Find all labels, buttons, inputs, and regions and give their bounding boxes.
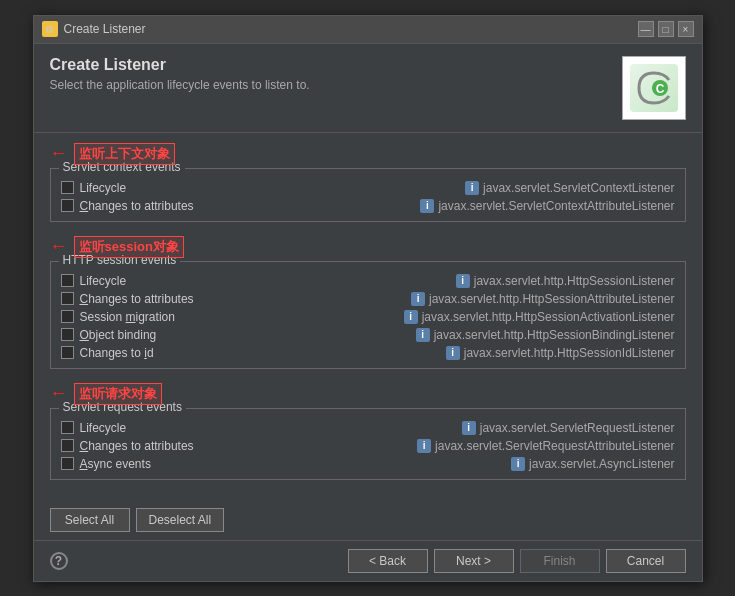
check-right: i javax.servlet.http.HttpSessionActivati… xyxy=(404,310,675,324)
annotation-label-3: 监听请求对象 xyxy=(74,383,162,405)
changes-attr-checkbox-2[interactable] xyxy=(61,292,74,305)
session-migration-checkbox[interactable] xyxy=(61,310,74,323)
dialog-header: Create Listener Select the application l… xyxy=(34,44,702,133)
check-left: Lifecycle xyxy=(61,421,261,435)
check-left: Object binding xyxy=(61,328,261,342)
dialog-icon: ⚙ xyxy=(42,21,58,37)
changes-id-checkbox[interactable] xyxy=(61,346,74,359)
object-binding-checkbox[interactable] xyxy=(61,328,74,341)
group-content-servlet-context: Lifecycle i javax.servlet.ServletContext… xyxy=(61,181,675,213)
footer-right: < Back Next > Finish Cancel xyxy=(348,549,686,573)
changes-attr-label-2: Changes to attributes xyxy=(80,292,194,306)
title-bar: ⚙ Create Listener — □ × xyxy=(34,16,702,44)
header-logo: C xyxy=(622,56,686,120)
async-events-checkbox[interactable] xyxy=(61,457,74,470)
annotation-label-1: 监听上下文对象 xyxy=(74,143,175,165)
session-migration-label: Session migration xyxy=(80,310,175,324)
lifecycle-label-1: Lifecycle xyxy=(80,181,127,195)
check-left: Lifecycle xyxy=(61,181,261,195)
check-right: i javax.servlet.ServletRequestListener xyxy=(462,421,675,435)
annotation-arrow-3: ← xyxy=(50,383,68,404)
info-icon: i xyxy=(411,292,425,306)
table-row: Changes to attributes i javax.servlet.ht… xyxy=(61,292,675,306)
next-button[interactable]: Next > xyxy=(434,549,514,573)
changes-attr-checkbox-1[interactable] xyxy=(61,199,74,212)
classname-8: javax.servlet.ServletRequestListener xyxy=(480,421,675,435)
table-row: Lifecycle i javax.servlet.http.HttpSessi… xyxy=(61,274,675,288)
dialog-title: Create Listener xyxy=(64,22,146,36)
changes-id-label: Changes to id xyxy=(80,346,154,360)
classname-1: javax.servlet.ServletContextListener xyxy=(483,181,674,195)
classname-2: javax.servlet.ServletContextAttributeLis… xyxy=(438,199,674,213)
cancel-button[interactable]: Cancel xyxy=(606,549,686,573)
info-icon: i xyxy=(420,199,434,213)
dialog-footer: ? < Back Next > Finish Cancel xyxy=(34,540,702,581)
group-servlet-request: Servlet request events Lifecycle i javax… xyxy=(50,408,686,480)
check-right: i javax.servlet.ServletRequestAttributeL… xyxy=(417,439,674,453)
info-icon: i xyxy=(404,310,418,324)
lifecycle-label-2: Lifecycle xyxy=(80,274,127,288)
async-events-label: Async events xyxy=(80,457,151,471)
annotation-arrow-2: ← xyxy=(50,236,68,257)
back-button[interactable]: < Back xyxy=(348,549,428,573)
table-row: Async events i javax.servlet.AsyncListen… xyxy=(61,457,675,471)
logo-image: C xyxy=(630,64,678,112)
check-left: Lifecycle xyxy=(61,274,261,288)
dialog-body: ← 监听上下文对象 Servlet context events Lifecyc… xyxy=(34,133,702,500)
check-right: i javax.servlet.http.HttpSessionListener xyxy=(456,274,675,288)
footer-left: ? xyxy=(50,552,68,570)
bottom-buttons-area: Select All Deselect All xyxy=(34,500,702,540)
group-servlet-context: Servlet context events Lifecycle i javax… xyxy=(50,168,686,222)
changes-attr-checkbox-3[interactable] xyxy=(61,439,74,452)
header-subtitle: Select the application lifecycle events … xyxy=(50,78,310,92)
group-content-servlet-request: Lifecycle i javax.servlet.ServletRequest… xyxy=(61,421,675,471)
maximize-button[interactable]: □ xyxy=(658,21,674,37)
check-left: Async events xyxy=(61,457,261,471)
table-row: Lifecycle i javax.servlet.ServletRequest… xyxy=(61,421,675,435)
check-left: Changes to attributes xyxy=(61,199,261,213)
info-icon: i xyxy=(456,274,470,288)
close-button[interactable]: × xyxy=(678,21,694,37)
check-right: i javax.servlet.ServletContextAttributeL… xyxy=(420,199,674,213)
annotation-arrow-1: ← xyxy=(50,143,68,164)
title-bar-left: ⚙ Create Listener xyxy=(42,21,146,37)
header-title: Create Listener xyxy=(50,56,310,74)
check-right: i javax.servlet.http.HttpSessionIdListen… xyxy=(446,346,675,360)
lifecycle-checkbox-3[interactable] xyxy=(61,421,74,434)
group-http-session: HTTP session events Lifecycle i javax.se… xyxy=(50,261,686,369)
table-row: Session migration i javax.servlet.http.H… xyxy=(61,310,675,324)
check-right: i javax.servlet.ServletContextListener xyxy=(465,181,674,195)
classname-5: javax.servlet.http.HttpSessionActivation… xyxy=(422,310,675,324)
classname-4: javax.servlet.http.HttpSessionAttributeL… xyxy=(429,292,674,306)
help-button[interactable]: ? xyxy=(50,552,68,570)
finish-button[interactable]: Finish xyxy=(520,549,600,573)
group-content-http-session: Lifecycle i javax.servlet.http.HttpSessi… xyxy=(61,274,675,360)
lifecycle-checkbox-2[interactable] xyxy=(61,274,74,287)
check-right: i javax.servlet.http.HttpSessionBindingL… xyxy=(416,328,675,342)
lifecycle-checkbox-1[interactable] xyxy=(61,181,74,194)
title-bar-controls: — □ × xyxy=(638,21,694,37)
check-left: Session migration xyxy=(61,310,261,324)
info-icon: i xyxy=(462,421,476,435)
check-left: Changes to attributes xyxy=(61,439,261,453)
classname-6: javax.servlet.http.HttpSessionBindingLis… xyxy=(434,328,675,342)
select-all-button[interactable]: Select All xyxy=(50,508,130,532)
table-row: Lifecycle i javax.servlet.ServletContext… xyxy=(61,181,675,195)
table-row: Changes to id i javax.servlet.http.HttpS… xyxy=(61,346,675,360)
lifecycle-label-3: Lifecycle xyxy=(80,421,127,435)
object-binding-label: Object binding xyxy=(80,328,157,342)
annotation-label-2: 监听session对象 xyxy=(74,236,184,258)
classname-7: javax.servlet.http.HttpSessionIdListener xyxy=(464,346,675,360)
changes-attr-label-1: Changes to attributes xyxy=(80,199,194,213)
info-icon: i xyxy=(416,328,430,342)
svg-text:C: C xyxy=(655,82,664,96)
changes-attr-label-3: Changes to attributes xyxy=(80,439,194,453)
classname-10: javax.servlet.AsyncListener xyxy=(529,457,674,471)
deselect-all-button[interactable]: Deselect All xyxy=(136,508,225,532)
check-right: i javax.servlet.http.HttpSessionAttribut… xyxy=(411,292,674,306)
create-listener-dialog: ⚙ Create Listener — □ × Create Listener … xyxy=(33,15,703,582)
info-icon: i xyxy=(465,181,479,195)
classname-9: javax.servlet.ServletRequestAttributeLis… xyxy=(435,439,674,453)
table-row: Object binding i javax.servlet.http.Http… xyxy=(61,328,675,342)
minimize-button[interactable]: — xyxy=(638,21,654,37)
